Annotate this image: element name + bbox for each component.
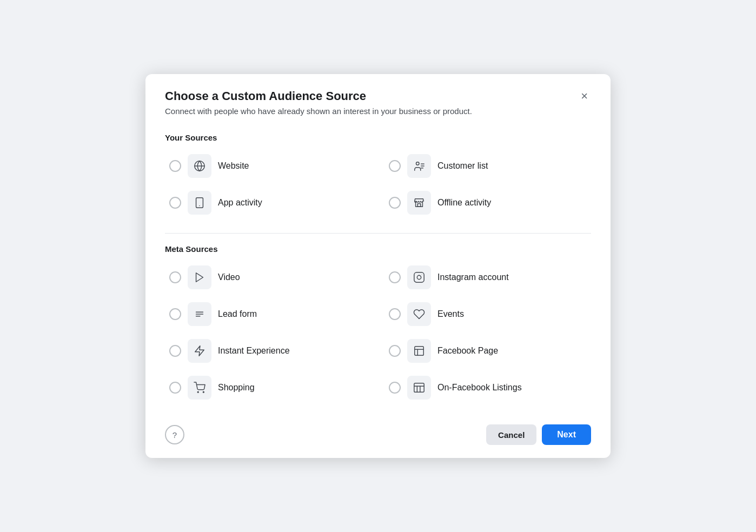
app-activity-label: App activity bbox=[218, 198, 262, 208]
website-icon-box bbox=[188, 154, 211, 178]
radio-customer-list[interactable] bbox=[389, 160, 401, 172]
option-lead-form[interactable]: Lead form bbox=[165, 299, 372, 329]
cancel-button[interactable]: Cancel bbox=[486, 424, 536, 445]
instant-experience-icon-box bbox=[188, 339, 211, 363]
radio-facebook-page[interactable] bbox=[389, 345, 401, 357]
facebook-page-label: Facebook Page bbox=[437, 346, 498, 356]
svg-rect-21 bbox=[414, 383, 424, 393]
radio-on-facebook-listings[interactable] bbox=[389, 382, 401, 394]
instagram-icon-box bbox=[407, 265, 431, 289]
events-label: Events bbox=[437, 309, 464, 319]
radio-instagram[interactable] bbox=[389, 271, 401, 283]
meta-sources-grid: Video Instagram account bbox=[165, 262, 591, 403]
bolt-icon bbox=[194, 345, 205, 357]
on-facebook-listings-label: On-Facebook Listings bbox=[437, 383, 522, 393]
facebook-page-icon bbox=[413, 345, 425, 357]
help-button[interactable]: ? bbox=[165, 425, 184, 444]
instant-experience-label: Instant Experience bbox=[218, 346, 290, 356]
svg-rect-9 bbox=[414, 272, 424, 282]
option-website[interactable]: Website bbox=[165, 151, 372, 181]
meta-sources-section: Meta Sources Video bbox=[165, 244, 591, 403]
lead-form-label: Lead form bbox=[218, 309, 257, 319]
svg-rect-16 bbox=[415, 347, 424, 356]
modal-header: Choose a Custom Audience Source Connect … bbox=[165, 89, 591, 129]
radio-lead-form[interactable] bbox=[169, 308, 181, 320]
shopping-cart-icon bbox=[194, 382, 205, 394]
footer-actions: Cancel Next bbox=[486, 424, 591, 445]
next-button[interactable]: Next bbox=[542, 424, 591, 445]
shopping-label: Shopping bbox=[218, 383, 255, 393]
svg-rect-7 bbox=[417, 204, 421, 207]
store-icon bbox=[413, 197, 425, 209]
facebook-page-icon-box bbox=[407, 339, 431, 363]
modal-title: Choose a Custom Audience Source bbox=[165, 89, 472, 103]
option-video[interactable]: Video bbox=[165, 262, 372, 292]
radio-offline-activity[interactable] bbox=[389, 197, 401, 209]
app-icon bbox=[194, 197, 205, 209]
svg-point-20 bbox=[203, 391, 204, 393]
radio-website[interactable] bbox=[169, 160, 181, 172]
shopping-icon-box bbox=[188, 376, 211, 400]
globe-icon bbox=[194, 160, 205, 172]
svg-point-1 bbox=[416, 162, 420, 165]
modal-container: Choose a Custom Audience Source Connect … bbox=[145, 74, 611, 458]
listings-icon bbox=[413, 382, 425, 394]
customer-list-icon bbox=[413, 160, 425, 172]
lead-form-icon-box bbox=[188, 302, 211, 326]
website-label: Website bbox=[218, 161, 249, 171]
svg-point-19 bbox=[197, 391, 198, 393]
option-on-facebook-listings[interactable]: On-Facebook Listings bbox=[384, 373, 591, 403]
radio-app-activity[interactable] bbox=[169, 197, 181, 209]
close-button[interactable]: × bbox=[578, 89, 591, 103]
close-icon: × bbox=[581, 89, 588, 103]
meta-sources-title: Meta Sources bbox=[165, 244, 591, 254]
customer-list-icon-box bbox=[407, 154, 431, 178]
video-label: Video bbox=[218, 272, 240, 282]
option-facebook-page[interactable]: Facebook Page bbox=[384, 336, 591, 366]
radio-shopping[interactable] bbox=[169, 382, 181, 394]
svg-marker-15 bbox=[195, 346, 204, 356]
option-events[interactable]: Events bbox=[384, 299, 591, 329]
option-instant-experience[interactable]: Instant Experience bbox=[165, 336, 372, 366]
option-instagram[interactable]: Instagram account bbox=[384, 262, 591, 292]
svg-point-10 bbox=[417, 275, 421, 279]
radio-video[interactable] bbox=[169, 271, 181, 283]
lead-form-icon bbox=[194, 308, 205, 320]
radio-instant-experience[interactable] bbox=[169, 345, 181, 357]
option-shopping[interactable]: Shopping bbox=[165, 373, 372, 403]
option-app-activity[interactable]: App activity bbox=[165, 188, 372, 218]
instagram-label: Instagram account bbox=[437, 272, 509, 282]
app-activity-icon-box bbox=[188, 191, 211, 215]
section-divider bbox=[165, 233, 591, 234]
video-play-icon bbox=[194, 271, 205, 283]
svg-rect-5 bbox=[196, 198, 203, 208]
offline-activity-icon-box bbox=[407, 191, 431, 215]
modal-footer: ? Cancel Next bbox=[165, 414, 591, 445]
events-icon bbox=[413, 308, 425, 320]
option-offline-activity[interactable]: Offline activity bbox=[384, 188, 591, 218]
svg-marker-8 bbox=[196, 273, 203, 282]
your-sources-title: Your Sources bbox=[165, 133, 591, 142]
your-sources-grid: Website Customer list bbox=[165, 151, 591, 218]
your-sources-section: Your Sources Website bbox=[165, 133, 591, 218]
listings-icon-box bbox=[407, 376, 431, 400]
option-customer-list[interactable]: Customer list bbox=[384, 151, 591, 181]
radio-events[interactable] bbox=[389, 308, 401, 320]
customer-list-label: Customer list bbox=[437, 161, 488, 171]
modal-subtitle: Connect with people who have already sho… bbox=[165, 107, 472, 116]
instagram-icon bbox=[413, 271, 425, 283]
events-icon-box bbox=[407, 302, 431, 326]
offline-activity-label: Offline activity bbox=[437, 198, 491, 208]
help-icon: ? bbox=[173, 430, 177, 440]
video-icon-box bbox=[188, 265, 211, 289]
svg-point-11 bbox=[422, 275, 422, 275]
